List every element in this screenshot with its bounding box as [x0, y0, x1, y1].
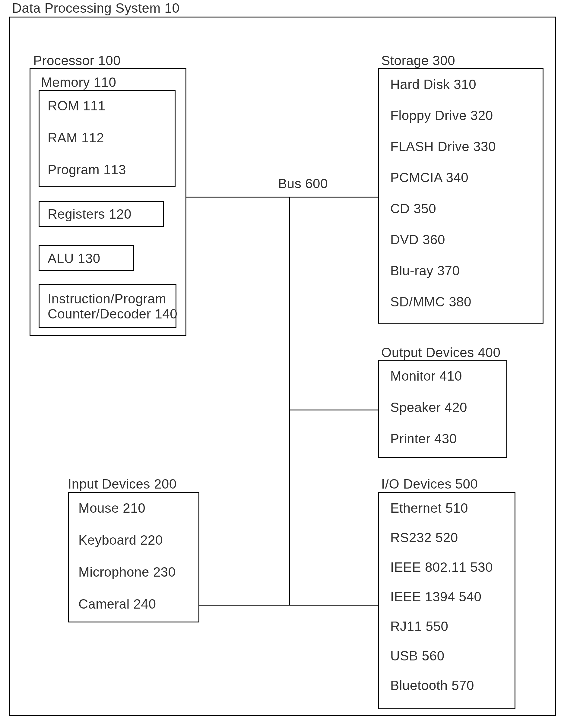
io-item: RS232 520: [390, 530, 458, 545]
input-item: Mouse 210: [78, 501, 145, 516]
diagram-canvas: Data Processing System 10 Processor 100 …: [0, 0, 564, 728]
storage-item: CD 350: [390, 201, 436, 216]
bus-proc-storage-line: [186, 197, 378, 198]
io-item: Bluetooth 570: [390, 678, 474, 693]
memory-ram: RAM 112: [48, 130, 104, 145]
alu-label: ALU 130: [48, 251, 100, 266]
storage-item: FLASH Drive 330: [390, 139, 496, 154]
system-title: Data Processing System 10: [12, 1, 179, 16]
storage-item: SD/MMC 380: [390, 294, 471, 309]
bus-label: Bus 600: [278, 176, 328, 191]
io-title: I/O Devices 500: [381, 476, 478, 492]
bus-output-line: [289, 410, 378, 410]
output-title: Output Devices 400: [381, 345, 500, 360]
storage-item: PCMCIA 340: [390, 170, 468, 185]
output-item: Monitor 410: [390, 369, 462, 384]
output-item: Printer 430: [390, 431, 457, 446]
storage-item: Blu-ray 370: [390, 263, 460, 278]
processor-title: Processor 100: [33, 53, 121, 68]
storage-item: DVD 360: [390, 232, 445, 247]
memory-title: Memory 110: [41, 75, 116, 90]
bus-backbone: [289, 197, 290, 606]
input-item: Microphone 230: [78, 565, 176, 580]
io-item: Ethernet 510: [390, 501, 468, 516]
input-item: Keyboard 220: [78, 533, 163, 548]
memory-rom: ROM 111: [48, 98, 106, 113]
storage-box: [378, 68, 543, 324]
input-title: Input Devices 200: [68, 476, 177, 492]
storage-title: Storage 300: [381, 53, 455, 68]
io-item: IEEE 802.11 530: [390, 560, 493, 575]
storage-item: Hard Disk 310: [390, 77, 476, 92]
bus-input-io-line: [199, 605, 378, 606]
storage-item: Floppy Drive 320: [390, 108, 493, 123]
counter-label: Instruction/Program Counter/Decoder 140: [48, 291, 177, 321]
io-item: USB 560: [390, 648, 445, 663]
output-item: Speaker 420: [390, 400, 467, 415]
input-item: Cameral 240: [78, 597, 156, 612]
io-item: IEEE 1394 540: [390, 589, 482, 604]
memory-program: Program 113: [48, 162, 126, 177]
registers-label: Registers 120: [48, 207, 131, 222]
io-item: RJ11 550: [390, 619, 448, 634]
